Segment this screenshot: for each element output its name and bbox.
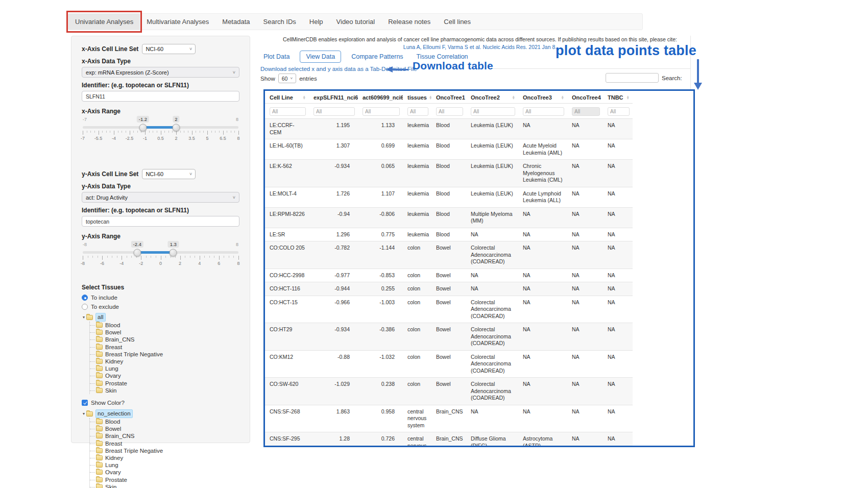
cell-tnbc: NA: [603, 296, 633, 323]
filter-input-oncotree1[interactable]: [436, 107, 463, 116]
slider-tick-label: -8: [81, 261, 85, 266]
slider-handle-from[interactable]: [139, 124, 147, 131]
slider-minor-tick: [87, 131, 87, 133]
slider-handle-to[interactable]: [170, 249, 177, 256]
slider-to-value: 2: [173, 116, 179, 123]
y-data-type-select[interactable]: act: Drug Activity ˅: [82, 192, 239, 203]
tree-item-prostate[interactable]: Prostate: [90, 380, 239, 387]
tree-item-lung[interactable]: Lung: [90, 461, 239, 469]
x-data-type-select[interactable]: exp: mRNA Expression (Z-Score) ˅: [82, 67, 239, 78]
y-cell-line-set-select[interactable]: NCI-60 ˅: [142, 169, 196, 179]
tree-item-bowel[interactable]: Bowel: [90, 329, 239, 336]
tab-view-data[interactable]: View Data: [300, 51, 341, 63]
column-header-oncotree1[interactable]: OncoTree1▲▼: [431, 91, 466, 104]
column-header-act609699-nci60[interactable]: act609699_nci60▲▼: [358, 91, 403, 104]
column-header-oncotree2[interactable]: OncoTree2▲▼: [466, 91, 518, 104]
column-header-tissues[interactable]: tissues▲▼: [403, 91, 431, 104]
column-header-oncotree4[interactable]: OncoTree4▲▼: [567, 91, 603, 104]
slider-minor-tick: [126, 131, 126, 133]
tree-item-skin[interactable]: Skin: [90, 483, 239, 488]
filter-input-oncotree3[interactable]: [523, 107, 564, 116]
slider-minor-tick: [184, 131, 184, 133]
tree-item-brain-cns[interactable]: Brain_CNS: [90, 432, 239, 440]
nav-item-help[interactable]: Help: [303, 14, 330, 30]
tree-item-blood[interactable]: Blood: [90, 418, 239, 425]
tree-item-skin[interactable]: Skin: [90, 387, 239, 394]
x-identifier-input[interactable]: [82, 91, 239, 102]
cell-tissues: leukemia: [403, 228, 431, 241]
tissue-color-tree: ▾no_selectionBloodBowelBrain_CNSBreastBr…: [83, 409, 239, 488]
tree-item-kidney[interactable]: Kidney: [90, 454, 239, 461]
tree-item-breast[interactable]: Breast: [90, 440, 239, 447]
nav-item-release-notes[interactable]: Release notes: [381, 14, 437, 30]
cell-tissues: leukemia: [403, 119, 431, 139]
filter-input-cell-line[interactable]: [270, 107, 306, 116]
cell-oncotree1: Blood: [431, 207, 466, 228]
nav-item-search-ids[interactable]: Search IDs: [257, 14, 303, 30]
tree-item-brain-cns[interactable]: Brain_CNS: [90, 336, 239, 343]
y-identifier-input[interactable]: [82, 216, 239, 227]
slider-tick: [223, 131, 224, 135]
slider-minor-tick: [234, 131, 235, 133]
filter-input-act609699-nci60[interactable]: [363, 107, 400, 116]
nav-item-univariate-analyses[interactable]: Univariate Analyses: [68, 14, 140, 30]
nav-item-label: Search IDs: [263, 18, 296, 26]
chevron-down-icon: ˅: [189, 172, 192, 177]
slider-handle-to[interactable]: [173, 124, 180, 131]
entries-select[interactable]: 60 ˅: [278, 74, 296, 83]
slider-tick: [207, 131, 208, 135]
column-header-expslfn11-nci60[interactable]: expSLFN11_nci60▲▼: [309, 91, 358, 104]
column-header-oncotree3[interactable]: OncoTree3▲▼: [518, 91, 567, 104]
tree-item-bowel[interactable]: Bowel: [90, 425, 239, 432]
tree-item-kidney[interactable]: Kidney: [90, 358, 239, 365]
tree-item-breast-triple-negative[interactable]: Breast Triple Negative: [90, 447, 239, 454]
y-range-slider[interactable]: -88-2.41.3-8-6-4-202468: [83, 242, 238, 273]
tree-root-all[interactable]: ▾all: [83, 313, 239, 322]
sort-icon: ▲▼: [624, 95, 630, 100]
filter-input-tnbc[interactable]: [608, 107, 630, 116]
nav-item-video-tutorial[interactable]: Video tutorial: [330, 14, 382, 30]
tree-item-ovary[interactable]: Ovary: [90, 469, 239, 476]
tree-item-blood[interactable]: Blood: [90, 322, 239, 329]
x-range-slider[interactable]: -78-1.22-7-5.5-4-2.5-10.523.556.58: [83, 117, 238, 148]
cell-cell-line: CO:HT29: [265, 323, 309, 351]
column-header-tnbc[interactable]: TNBC▲▼: [603, 91, 633, 104]
radio-to-exclude[interactable]: To exclude: [82, 304, 239, 310]
tree-item-ovary[interactable]: Ovary: [90, 372, 239, 379]
filter-input-oncotree2[interactable]: [471, 107, 515, 116]
cell-oncotree2: Leukemia (LEUK): [466, 139, 518, 160]
cell-expslfn11-nci60: -0.966: [309, 296, 358, 323]
tab-compare-patterns[interactable]: Compare Patterns: [348, 51, 406, 62]
tab-plot-data[interactable]: Plot Data: [260, 51, 293, 62]
tree-item-breast-triple-negative[interactable]: Breast Triple Negative: [90, 351, 239, 358]
table-row-le-sr: LE:SR1.2960.775leukemiaBloodNANANANA: [265, 228, 633, 241]
cell-expslfn11-nci60: 1.195: [309, 119, 358, 139]
show-entries: Show 60 ˅ entries: [260, 74, 317, 83]
slider-handle-from[interactable]: [133, 249, 141, 256]
cell-oncotree4: NA: [567, 350, 603, 378]
cell-expslfn11-nci60: 1.863: [309, 405, 358, 432]
nav-item-cell-lines[interactable]: Cell lines: [437, 14, 477, 30]
x-cell-line-set-select[interactable]: NCI-60 ˅: [142, 44, 196, 54]
show-color-checkbox[interactable]: Show Color?: [82, 400, 239, 406]
nav-item-metadata[interactable]: Metadata: [215, 14, 256, 30]
cell-oncotree2: Colorectal Adenocarcinoma (COADREAD): [466, 296, 518, 323]
column-header-cell-line[interactable]: Cell Line▲▼: [265, 91, 309, 104]
cell-tnbc: NA: [603, 187, 633, 207]
slider-tick: [238, 256, 239, 260]
tree-item-lung[interactable]: Lung: [90, 365, 239, 372]
tree-item-label: Lung: [105, 365, 118, 372]
slider-minor-tick: [233, 256, 234, 258]
filter-input-tissues[interactable]: [407, 107, 428, 116]
cell-act609699-nci60: 0.958: [358, 405, 403, 432]
sort-icon: ▲▼: [510, 95, 515, 100]
filter-input-expslfn11-nci60[interactable]: [314, 107, 355, 116]
tree-item-breast[interactable]: Breast: [90, 344, 239, 351]
search-input[interactable]: [606, 73, 659, 83]
tree-item-prostate[interactable]: Prostate: [90, 476, 239, 483]
radio-to-include[interactable]: To include: [82, 295, 239, 301]
tree-root-no-selection[interactable]: ▾no_selection: [83, 409, 239, 418]
cell-tnbc: NA: [603, 207, 633, 228]
left-arrow-icon: [386, 66, 393, 72]
nav-item-multivariate-analyses[interactable]: Multivariate Analyses: [140, 14, 215, 30]
